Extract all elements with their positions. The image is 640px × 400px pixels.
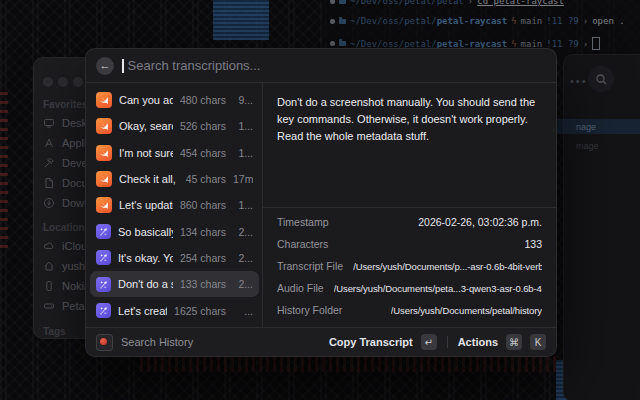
background-side-window: ••• nage mage (563, 54, 640, 400)
sidebar-item-label: yush (62, 260, 85, 272)
transcript-title: It's okay. You a... (118, 252, 173, 264)
char-count: 454 chars (180, 147, 226, 159)
terminal-line: ~/Dev/oss/petal/petal › cd petal-raycast (330, 0, 564, 6)
back-button[interactable]: ← (96, 57, 114, 75)
transcript-title: Okay, search tra... (119, 120, 173, 132)
git-icon: ϟ (511, 39, 516, 49)
metadata-value: 133 (524, 238, 542, 250)
transcript-title: So basically, op... (118, 226, 173, 238)
swift-icon (96, 197, 112, 213)
actions-button[interactable]: Actions (458, 336, 498, 348)
time-ago: 1... (233, 199, 253, 211)
search-input[interactable]: Search transcriptions... (128, 58, 261, 73)
background-list-row[interactable]: mage (550, 138, 640, 153)
transcript-title: Let's create a R... (118, 305, 167, 317)
list-item-selected[interactable]: Don't do a scre... 133 chars 2... (90, 271, 259, 297)
terminal-cursor (592, 37, 600, 50)
char-count: 45 chars (186, 173, 226, 185)
folder-icon (339, 0, 346, 4)
home-icon (43, 260, 55, 272)
char-count: 254 chars (180, 252, 226, 264)
folder-icon (339, 41, 346, 46)
applications-icon (43, 137, 55, 149)
char-count: 134 chars (180, 226, 226, 238)
list-item[interactable]: It's okay. You a... 254 chars 2... (90, 245, 259, 271)
char-count: 860 chars (180, 199, 226, 211)
extension-icon (96, 334, 113, 351)
metadata-value: 2026-02-26, 03:02:36 p.m. (418, 216, 542, 228)
close-window-icon[interactable] (43, 77, 53, 87)
char-count: 480 chars (180, 94, 226, 106)
list-item[interactable]: Okay, search tra... 526 chars 1... (90, 113, 259, 139)
list-item[interactable]: I'm not sure if th... 454 chars 1... (90, 140, 259, 166)
swift-icon (96, 171, 112, 187)
time-ago: 1... (233, 147, 253, 159)
sidebar-item-petal-drive[interactable]: Petal (43, 297, 87, 315)
char-count: 133 chars (180, 278, 226, 290)
more-icon[interactable]: ••• (570, 75, 588, 87)
detail-pane: Don't do a screenshot manually. You shou… (262, 83, 556, 327)
time-ago: 9... (233, 94, 253, 106)
metadata-label: Characters (277, 238, 328, 250)
sidebar-item-home[interactable]: yush (43, 257, 85, 275)
results-body: Can you add a c... 480 chars 9... Okay, … (86, 83, 556, 327)
swift-icon (96, 145, 112, 161)
minimize-window-icon[interactable] (58, 77, 68, 87)
wallpaper-blue-patch (213, 0, 269, 40)
sidebar-item-label: Petal (62, 300, 87, 312)
list-item[interactable]: Can you add a c... 480 chars 9... (90, 87, 259, 113)
folder-icon (339, 19, 346, 24)
terminal-line: ~/Dev/oss/petal/petal-raycast ϟ main !11… (330, 16, 625, 26)
time-ago: 2... (233, 278, 253, 290)
wallpaper-red-accent (140, 356, 560, 372)
petal-icon (96, 277, 111, 292)
apple-icon (330, 19, 335, 24)
swift-icon (96, 92, 112, 108)
desktop-icon (43, 117, 55, 129)
time-ago: 1... (233, 120, 253, 132)
metadata-row: Transcript File /Users/yush/Documents/p.… (277, 255, 542, 277)
time-ago: 17m (233, 173, 253, 185)
enter-key-icon: ↵ (421, 334, 437, 350)
command-name: Search History (121, 336, 321, 348)
metadata-value: /Users/yush/Documents/peta...3-qwen3-asr… (334, 283, 542, 294)
drive-icon (43, 300, 55, 312)
copy-transcript-button[interactable]: Copy Transcript (329, 336, 413, 348)
hammer-icon (43, 157, 55, 169)
background-list-row[interactable]: nage (550, 119, 640, 134)
time-ago: 2... (233, 252, 253, 264)
sidebar-item-nokia[interactable]: Nokia (43, 277, 90, 295)
petal-icon (96, 303, 111, 318)
search-button[interactable] (588, 66, 614, 92)
text-caret (122, 59, 124, 73)
list-item[interactable]: Let's update the... 860 chars 1... (90, 192, 259, 218)
search-header: ← Search transcriptions... (86, 49, 556, 83)
list-item[interactable]: Check it all, plea... 45 chars 17m (90, 166, 259, 192)
metadata-section: Timestamp 2026-02-26, 03:02:36 p.m. Char… (263, 208, 556, 327)
apple-icon (330, 0, 335, 4)
zoom-window-icon[interactable] (73, 77, 83, 87)
transcript-text: Don't do a screenshot manually. You shou… (263, 83, 556, 207)
transcript-title: Let's update the... (119, 199, 173, 211)
transcript-title: I'm not sure if th... (119, 147, 173, 159)
back-arrow-icon: ← (100, 60, 111, 71)
search-icon (595, 73, 608, 86)
search-transcriptions-window: ← Search transcriptions... Can you add a… (85, 48, 557, 357)
list-item[interactable]: Let's create a R... 1625 chars ... (90, 297, 259, 323)
metadata-label: Timestamp (277, 216, 329, 228)
swift-icon (96, 118, 112, 134)
git-icon: ϟ (511, 16, 516, 26)
k-key-icon: K (530, 334, 546, 350)
metadata-value: /Users/yush/Documents/petal/history (391, 305, 542, 316)
metadata-label: History Folder (277, 304, 342, 316)
list-item[interactable]: So basically, op... 134 chars 2... (90, 218, 259, 244)
modal-footer: Search History Copy Transcript ↵ Actions… (86, 327, 556, 356)
apple-icon (330, 41, 335, 46)
cloud-icon (43, 240, 55, 252)
desktop: Favorites Desktop Applications Developer… (0, 0, 640, 400)
wallpaper-red-accent (0, 88, 8, 248)
petal-icon (96, 250, 111, 265)
metadata-row: Audio File /Users/yush/Documents/peta...… (277, 277, 542, 299)
document-icon (43, 177, 55, 189)
finder-section-favorites: Favorites (43, 99, 87, 110)
